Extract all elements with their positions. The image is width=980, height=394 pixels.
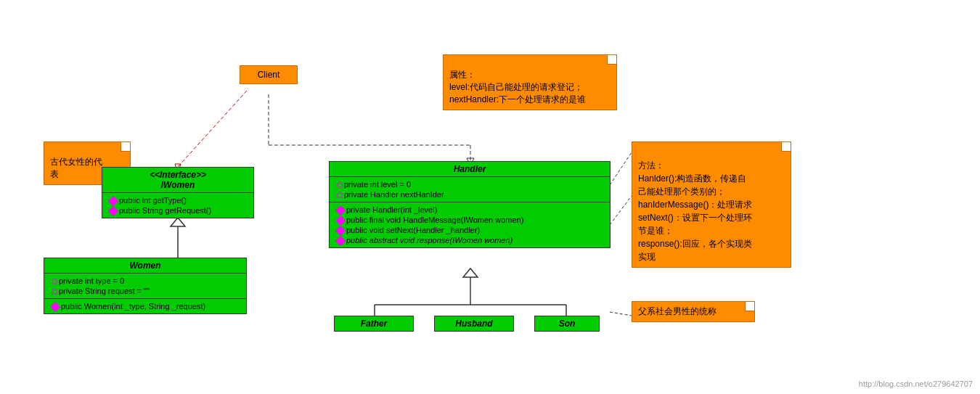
father-class: Father bbox=[334, 316, 414, 332]
handler-methods: private Handler(int _level) public final… bbox=[330, 202, 610, 247]
methods-text: 方法： Hanlder():构造函数，传递自 己能处理那个类别的； hanIde… bbox=[638, 160, 752, 262]
son-name: Son bbox=[559, 319, 576, 329]
lock-icon-1 bbox=[52, 279, 57, 284]
diamond-icon-5 bbox=[335, 216, 346, 226]
handler-method-1: private Handler(int _level) bbox=[333, 205, 606, 215]
svg-line-17 bbox=[610, 312, 632, 316]
watermark-text: http://blog.csdn.net/o279642707 bbox=[859, 379, 973, 388]
diamond-icon-4 bbox=[335, 205, 346, 216]
svg-line-15 bbox=[610, 152, 632, 185]
iwomen-methods: public int getType() public String getRe… bbox=[102, 193, 253, 218]
iwomen-name: IWomen bbox=[106, 180, 250, 190]
husband-class: Husband bbox=[434, 316, 514, 332]
svg-line-16 bbox=[610, 196, 632, 225]
husband-header: Husband bbox=[435, 316, 513, 331]
iwomen-method-2: public String getRequest() bbox=[106, 205, 250, 216]
lock-icon-4 bbox=[337, 192, 343, 198]
iwomen-class: <<Interface>> IWomen public int getType(… bbox=[102, 167, 254, 218]
methods-note: 方法： Hanlder():构造函数，传递自 己能处理那个类别的； hanIde… bbox=[632, 141, 791, 268]
handler-attributes: private int level = 0 private Handler ne… bbox=[330, 177, 610, 202]
diamond-icon-1 bbox=[108, 196, 118, 206]
women-header: Women bbox=[44, 258, 246, 274]
women-attributes: private int type = 0 private String requ… bbox=[44, 274, 246, 299]
properties-text: 属性： level:代码自己能处理的请求登记； nextHandler:下一个处… bbox=[449, 70, 586, 104]
svg-marker-14 bbox=[463, 268, 478, 277]
iwomen-method-1: public int getType() bbox=[106, 195, 250, 205]
lock-icon-3 bbox=[337, 182, 343, 188]
iwomen-header: <<Interface>> IWomen bbox=[102, 168, 253, 193]
handler-method-4: public abstract void response(IWomen wom… bbox=[333, 235, 606, 245]
male-title-note: 父系社会男性的统称 bbox=[632, 301, 755, 322]
watermark: http://blog.csdn.net/o279642707 bbox=[859, 379, 973, 388]
male-title-text: 父系社会男性的统称 bbox=[638, 306, 716, 316]
handler-header: Handler bbox=[330, 162, 610, 177]
diamond-icon-3 bbox=[50, 302, 60, 312]
handler-name: Handler bbox=[454, 164, 486, 174]
women-class: Women private int type = 0 private Strin… bbox=[44, 258, 247, 314]
iwomen-stereotype: <<Interface>> bbox=[106, 170, 250, 180]
handler-attr-1: private int level = 0 bbox=[333, 179, 606, 189]
client-box: Client bbox=[240, 65, 298, 84]
women-attr-1: private int type = 0 bbox=[48, 276, 242, 286]
lock-icon-2 bbox=[52, 289, 57, 295]
women-name: Women bbox=[129, 260, 160, 271]
svg-line-4 bbox=[178, 91, 247, 167]
svg-marker-7 bbox=[171, 218, 185, 226]
women-attr-2: private String request = "" bbox=[48, 286, 242, 296]
handler-class: Handler private int level = 0 private Ha… bbox=[329, 161, 611, 248]
diamond-icon-6 bbox=[335, 226, 346, 236]
husband-name: Husband bbox=[455, 319, 492, 329]
son-header: Son bbox=[535, 316, 599, 331]
handler-method-2: public final void HandleMessage(IWomen w… bbox=[333, 215, 606, 225]
diamond-icon-2 bbox=[108, 206, 118, 216]
ancient-women-text: 古代女性的代 表 bbox=[50, 157, 102, 179]
diamond-icon-7 bbox=[335, 236, 346, 246]
father-header: Father bbox=[335, 316, 413, 331]
handler-attr-2: private Handler nextHanIder bbox=[333, 189, 606, 200]
son-class: Son bbox=[534, 316, 600, 332]
women-methods: public Women(int _type, String _request) bbox=[44, 299, 246, 313]
women-method-1: public Women(int _type, String _request) bbox=[48, 301, 242, 311]
father-name: Father bbox=[361, 319, 388, 329]
diagram-area: Client 古代女性的代 表 属性： level:代码自己能处理的请求登记； … bbox=[0, 0, 980, 394]
client-label: Client bbox=[258, 70, 280, 80]
properties-note: 属性： level:代码自己能处理的请求登记； nextHandler:下一个处… bbox=[443, 54, 617, 110]
handler-method-3: public void setNext(Handler _handler) bbox=[333, 225, 606, 235]
